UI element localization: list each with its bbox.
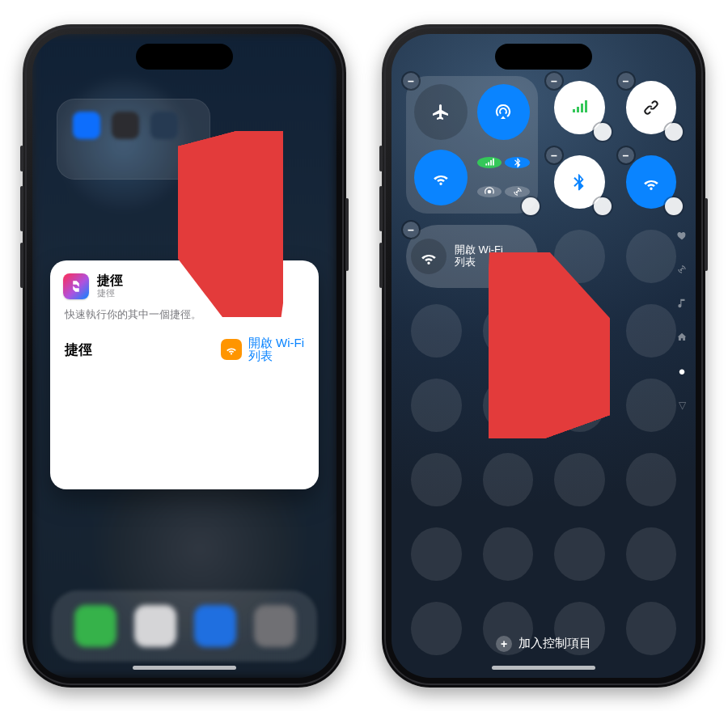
cellular-tile[interactable]: – [549,76,610,139]
airplane-mode-toggle[interactable] [414,84,468,140]
bluetooth-icon [505,157,530,168]
add-control-button[interactable]: + 加入控制項目 [392,636,696,652]
control-center-grid: – [406,76,681,629]
shortcut-tile-line2: 列表 [455,256,503,269]
open-wifi-list-shortcut-tile[interactable]: – 開啟 Wi-Fi 列表 [406,225,538,288]
dynamic-island [495,44,592,70]
phone-left: 捷徑 捷徑 快速執行你的其中一個捷徑。 捷徑 開啟 Wi-Fi 列表 [23,24,346,688]
dynamic-island [136,44,233,70]
plus-icon: + [496,636,512,652]
empty-slot[interactable] [483,527,534,581]
widget-blur [57,99,210,180]
shortcut-tile-line1: 開啟 Wi-Fi [455,244,503,256]
volume-down-button [20,243,23,288]
resize-handle[interactable] [522,272,540,290]
connectivity-mini-cluster[interactable] [477,150,531,205]
empty-slot[interactable] [554,453,605,506]
empty-slot[interactable] [411,527,462,581]
connectivity-group[interactable]: – [406,76,538,214]
focus-link-tile[interactable]: – [621,76,682,139]
volume-down-button [379,243,383,288]
home-indicator[interactable] [133,666,236,670]
remove-icon[interactable]: – [546,73,562,89]
widget-picker-card: 捷徑 捷徑 快速執行你的其中一個捷徑。 捷徑 開啟 Wi-Fi 列表 [50,260,319,489]
widget-app-subtitle: 捷徑 [97,288,123,298]
empty-slot[interactable] [626,527,677,581]
home-icon[interactable] [675,330,689,345]
chevron-down-icon[interactable]: ▽ [675,398,689,413]
dock-app-blur [134,605,176,647]
hotspot-icon [477,186,502,197]
add-control-label: 加入控制項目 [518,636,591,651]
power-button [345,198,349,271]
wifi-tile[interactable]: – [621,150,682,214]
empty-slot[interactable] [626,379,677,432]
empty-slot[interactable] [554,304,605,358]
dock-app-blur [254,605,296,647]
volume-up-button [20,186,23,231]
widget-description: 快速執行你的其中一個捷徑。 [65,307,304,322]
blur-icon [112,112,139,139]
wifi-icon [411,239,447,274]
empty-slot[interactable] [483,304,534,358]
heart-icon[interactable] [675,228,689,243]
wifi-toggle[interactable] [414,150,468,205]
widget-shortcut-link[interactable]: 開啟 Wi-Fi 列表 [248,336,304,363]
bluetooth-tile[interactable]: – [549,150,610,214]
dock-app-blur [74,605,116,647]
widget-row-label: 捷徑 [65,341,92,359]
volume-up-button [379,186,383,231]
empty-slot[interactable] [554,230,605,283]
dock-app-blur [194,605,236,647]
screen-right: – [392,34,696,678]
resize-handle[interactable] [594,123,612,141]
wifi-icon [221,339,242,360]
remove-icon[interactable]: – [618,147,634,163]
empty-slot[interactable] [411,453,462,506]
broadcast-icon[interactable] [675,262,689,277]
empty-slot[interactable] [483,453,534,506]
screen-left: 捷徑 捷徑 快速執行你的其中一個捷徑。 捷徑 開啟 Wi-Fi 列表 [32,34,336,678]
satellite-icon [505,186,530,197]
resize-handle[interactable] [665,123,683,141]
power-button [705,198,708,271]
widget-shortcut-line2: 列表 [248,349,304,363]
widget-app-title: 捷徑 [97,273,123,288]
remove-icon[interactable]: – [403,222,419,238]
blur-icon [150,112,178,139]
empty-slot[interactable] [554,527,605,581]
empty-slot[interactable] [411,304,462,358]
side-button [379,146,383,171]
empty-slot[interactable] [626,230,677,283]
widget-config-row[interactable]: 捷徑 開啟 Wi-Fi 列表 [63,332,306,368]
remove-icon[interactable]: – [546,147,562,163]
cellular-icon [477,157,502,168]
widget-shortcut-line1: 開啟 Wi-Fi [248,336,304,350]
remove-icon[interactable]: – [618,73,634,89]
empty-slot[interactable] [554,379,605,432]
current-page-dot[interactable]: ● [675,364,689,379]
remove-icon[interactable]: – [403,73,419,89]
airdrop-toggle[interactable] [477,84,531,140]
phone-right: – [382,24,705,688]
blur-icon [73,112,100,139]
page-indicator-rail[interactable]: ● ▽ [675,228,689,413]
empty-slot[interactable] [411,379,462,432]
empty-slot[interactable] [626,453,677,506]
resize-handle[interactable] [665,197,683,215]
resize-handle[interactable] [594,197,612,215]
home-indicator[interactable] [492,666,595,670]
side-button [20,146,23,171]
resize-handle[interactable] [522,197,540,215]
empty-slot[interactable] [483,379,534,432]
shortcuts-app-icon [63,273,89,299]
music-icon[interactable] [675,296,689,311]
empty-slot[interactable] [626,304,677,358]
